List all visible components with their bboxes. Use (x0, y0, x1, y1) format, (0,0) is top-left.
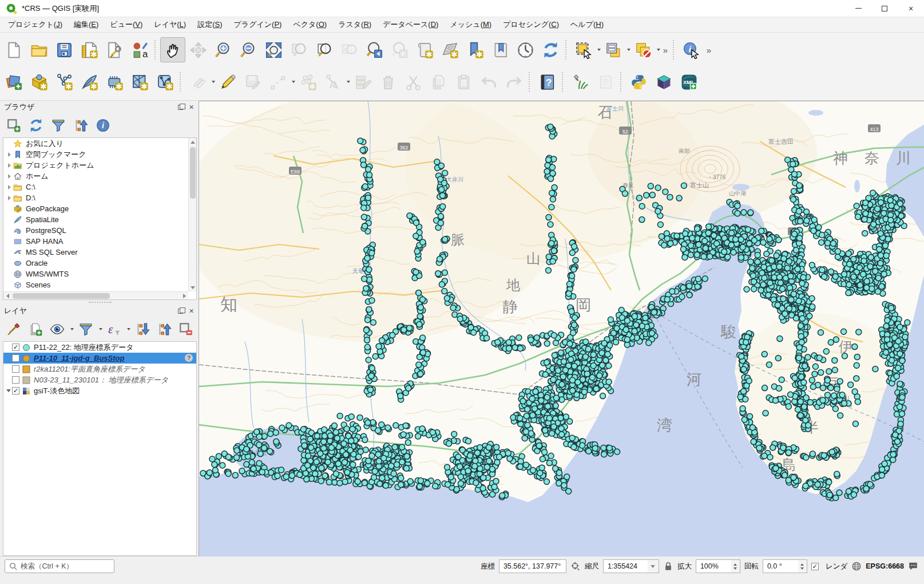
browser-item-favorites[interactable]: お気に入り (3, 138, 196, 149)
layer-visibility-checkbox[interactable] (12, 365, 19, 373)
menu-item-12[interactable]: ヘルプ(H) (565, 17, 609, 32)
new-layout-button[interactable] (412, 37, 437, 62)
processing-plugin-button[interactable] (568, 69, 593, 94)
temporal-controller-button[interactable] (513, 37, 538, 62)
add-selected-layers-button[interactable] (3, 115, 24, 136)
layer-visibility-checkbox[interactable]: ✓ (12, 387, 19, 394)
zoom-out-button[interactable] (236, 37, 261, 62)
browser-item-oracle[interactable]: Oracle (3, 258, 196, 269)
filter-by-expression-button[interactable]: ε (104, 319, 124, 340)
crs-globe-icon[interactable] (851, 561, 862, 571)
filter-legend-button[interactable] (76, 319, 96, 340)
layer-row-p11-10-busstop[interactable]: P11-10_11-jgd-g_BusStop? (3, 353, 196, 364)
toolbar-overflow-2-button[interactable]: » (704, 45, 714, 55)
browser-item-postgresql[interactable]: PostgreSQL (3, 225, 196, 236)
plugin-box-button[interactable] (651, 69, 676, 94)
filter-browser-button[interactable] (48, 115, 69, 136)
zoom-last-button[interactable] (362, 37, 387, 62)
browser-item-wms-wmts[interactable]: WMS/WMTS (3, 269, 196, 279)
magnifier-spinbox[interactable]: 100% (696, 559, 740, 573)
style-manager-button[interactable]: a (127, 37, 152, 62)
render-checkbox[interactable]: ✓ (811, 563, 819, 570)
toggle-editing-button[interactable] (215, 69, 240, 94)
show-spatial-bookmarks-button[interactable] (487, 37, 513, 62)
browser-close-button[interactable]: ✕ (187, 103, 196, 112)
python-console-button[interactable] (626, 69, 651, 94)
open-data-source-manager-button[interactable] (1, 69, 26, 94)
open-project-button[interactable] (26, 37, 51, 62)
minimize-button[interactable] (845, 0, 871, 17)
browser-item-project-home[interactable]: プロジェクトホーム (3, 160, 196, 171)
whats-this-help-button[interactable]: ? (534, 69, 560, 94)
new-gpx-layer-button[interactable] (152, 69, 177, 94)
identify-features-button[interactable]: i (679, 37, 704, 62)
expand-all-button[interactable] (132, 319, 152, 340)
browser-item-home[interactable]: ホーム (3, 171, 196, 181)
select-by-value-button[interactable] (601, 37, 626, 62)
layers-close-button[interactable]: ✕ (187, 307, 196, 315)
browser-item-spatialite[interactable]: SpatiaLite (3, 214, 196, 225)
pan-map-button[interactable] (160, 37, 185, 62)
browser-item-spatial-bookmarks[interactable]: 空間ブックマーク (3, 149, 196, 160)
new-print-layout-button[interactable] (77, 37, 102, 62)
layers-float-button[interactable] (176, 307, 185, 315)
lock-scale-icon[interactable] (663, 561, 673, 571)
layer-visibility-checkbox[interactable] (12, 376, 19, 384)
extent-toggle-icon[interactable] (570, 561, 581, 571)
map-canvas[interactable]: 52E69413E1362知静岡石山地脈駿河湾伊豆半島神奈川富士山・3776山中… (199, 101, 924, 556)
remove-layer-button[interactable] (176, 319, 196, 340)
browser-item-ms-sql-server[interactable]: MS SQL Server (3, 247, 196, 258)
browser-item-geopackage[interactable]: GeoPackage (3, 203, 196, 214)
select-features-button[interactable] (571, 37, 596, 62)
browser-item-sap-hana[interactable]: SAP HANA (3, 236, 196, 247)
rotation-spinbox[interactable]: 0.0 ° (763, 559, 807, 573)
new-project-button[interactable] (1, 37, 26, 62)
zoom-in-button[interactable] (211, 37, 236, 62)
collapse-all-button[interactable] (70, 115, 91, 136)
browser-item-drive-d[interactable]: D:\ (3, 192, 196, 203)
scale-dropdown-button[interactable] (648, 559, 659, 573)
browser-item-drive-c[interactable]: C:\ (3, 181, 196, 192)
filter-legend-dropdown-arrow[interactable] (99, 328, 102, 330)
menu-item-5[interactable]: 設定(S) (192, 17, 228, 32)
browser-vertical-scrollbar[interactable] (188, 138, 196, 291)
show-layouts-button[interactable] (437, 37, 462, 62)
layer-row-p11-22[interactable]: ✓P11-22_22: 地理座標系データ (3, 342, 196, 353)
refresh-map-button[interactable] (538, 37, 563, 62)
xml-plugin-button[interactable]: XML (676, 69, 701, 94)
maximize-button[interactable] (871, 0, 898, 17)
layer-row-n03-23[interactable]: N03-23_11_230101： 地理座標系データ (3, 374, 196, 385)
refresh-browser-button[interactable] (26, 115, 46, 136)
zoom-to-layer-button[interactable] (311, 37, 336, 62)
layer-row-r2ka11201[interactable]: r2ka11201:平面直角座標系データ (3, 364, 196, 374)
menu-item-2[interactable]: 編集(E) (68, 17, 104, 32)
browser-horizontal-scrollbar[interactable] (3, 291, 188, 299)
messages-icon[interactable] (908, 561, 918, 571)
new-mesh-layer-button[interactable] (127, 69, 152, 94)
toolbar-overflow-1-button[interactable]: » (660, 45, 671, 55)
menu-item-8[interactable]: ラスタ(R) (332, 17, 377, 32)
menu-item-1[interactable]: プロジェクト(J) (2, 17, 68, 32)
manage-map-themes-dropdown-arrow[interactable] (70, 328, 74, 330)
layer-unavailable-badge[interactable]: ? (185, 354, 193, 362)
new-spatial-bookmark-button[interactable] (462, 37, 487, 62)
deselect-features-button[interactable] (630, 37, 656, 62)
collapse-all-layers-button[interactable] (154, 319, 174, 340)
coordinate-input[interactable]: 35.562°, 137.977° (499, 559, 566, 573)
new-geopackage-layer-button[interactable] (26, 69, 51, 94)
close-button[interactable]: × (898, 0, 924, 17)
menu-item-11[interactable]: プロセシング(C) (497, 17, 565, 32)
menu-item-7[interactable]: ベクタ(O) (287, 17, 332, 32)
zoom-full-extent-button[interactable] (261, 37, 286, 62)
browser-float-button[interactable] (176, 103, 185, 112)
add-group-button[interactable] (25, 319, 45, 340)
crs-status[interactable]: EPSG:6668 (866, 562, 904, 570)
layer-row-gsit-pale[interactable]: ✓gsiT-淡色地図 (3, 385, 196, 396)
browser-item-scenes[interactable]: Scenes (3, 279, 196, 290)
layer-visibility-checkbox[interactable] (12, 354, 19, 362)
scale-combobox[interactable]: 1:355424 (603, 559, 659, 573)
dock-splitter[interactable] (3, 300, 197, 305)
menu-item-10[interactable]: メッシュ(M) (444, 17, 497, 32)
layer-visibility-checkbox[interactable]: ✓ (12, 344, 19, 351)
filter-by-expression-dropdown-arrow[interactable] (127, 328, 130, 330)
